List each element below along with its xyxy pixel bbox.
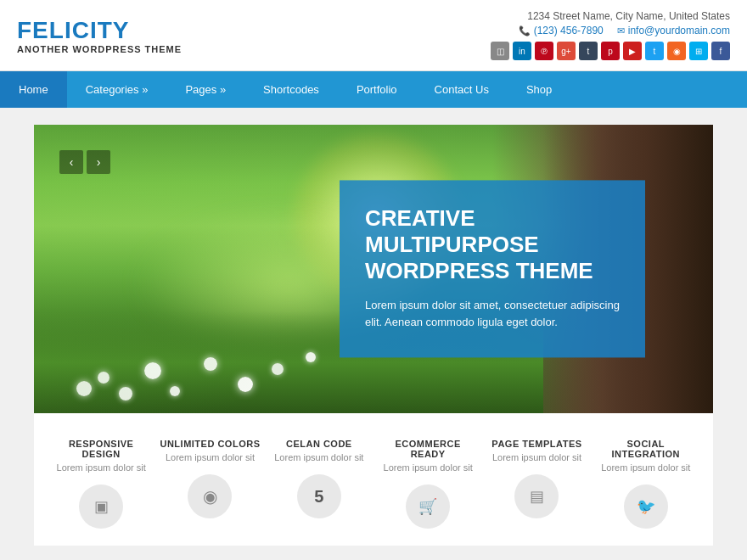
windows-icon[interactable]: ⊞ xyxy=(689,42,708,60)
feature-templates: PAGE TEMPLATES Lorem ipsum dolor sit ▤ xyxy=(486,439,587,529)
google-plus-icon[interactable]: g+ xyxy=(557,42,576,60)
feature-responsive-desc: Lorem ipsum dolor sit xyxy=(51,462,151,473)
linkedin-icon[interactable]: in xyxy=(513,42,531,60)
logo-area: FELICITY ANOTHER WORDPRESS THEME xyxy=(17,17,182,54)
feature-colors-title: UNLIMITED COLORS xyxy=(160,439,260,449)
instagram-icon[interactable]: ◫ xyxy=(491,42,509,60)
youtube-icon[interactable]: ▶ xyxy=(623,42,642,60)
feature-code-title: CELAN CODE xyxy=(269,439,369,449)
feature-ecommerce-title: ECOMMERCE READY xyxy=(378,439,478,459)
email-icon: ✉ xyxy=(617,25,625,36)
site-logo[interactable]: FELICITY xyxy=(17,17,182,44)
feature-colors-desc: Lorem ipsum dolor sit xyxy=(160,452,260,462)
feature-templates-title: PAGE TEMPLATES xyxy=(486,439,587,449)
phone-icon: 📞 xyxy=(519,25,531,36)
templates-icon: ▤ xyxy=(514,474,559,518)
site-address: 1234 Street Name, City Name, United Stat… xyxy=(491,10,730,22)
twitter-icon[interactable]: t xyxy=(645,42,664,60)
feature-responsive-title: RESPONSIVE DESIGN xyxy=(51,439,151,459)
feature-responsive: RESPONSIVE DESIGN Lorem ipsum dolor sit … xyxy=(51,439,151,529)
slider-section: ‹ › CREATIVE MULTIPURPOSE WORDPRESS THEM… xyxy=(17,125,730,413)
tumblr-icon[interactable]: t xyxy=(579,42,598,60)
facebook-icon[interactable]: f xyxy=(711,42,730,60)
site-header: FELICITY ANOTHER WORDPRESS THEME 1234 St… xyxy=(0,0,747,71)
site-tagline: ANOTHER WORDPRESS THEME xyxy=(17,44,182,54)
page-wrapper: FELICITY ANOTHER WORDPRESS THEME 1234 St… xyxy=(0,0,747,560)
feature-social: SOCIAL INTEGRATION Lorem ipsum dolor sit… xyxy=(596,439,696,529)
pinterest-icon[interactable]: ℗ xyxy=(535,42,553,60)
feature-templates-desc: Lorem ipsum dolor sit xyxy=(486,452,587,462)
slider-prev-button[interactable]: ‹ xyxy=(59,150,83,174)
feature-code-desc: Lorem ipsum dolor sit xyxy=(269,452,369,462)
email-address: info@yourdomain.com xyxy=(628,25,730,36)
feature-social-desc: Lorem ipsum dolor sit xyxy=(596,462,696,473)
slider-next-button[interactable]: › xyxy=(87,150,110,174)
feature-colors: UNLIMITED COLORS Lorem ipsum dolor sit ◉ xyxy=(160,439,260,529)
features-section: RESPONSIVE DESIGN Lorem ipsum dolor sit … xyxy=(34,413,713,546)
code-icon: 5 xyxy=(297,474,341,518)
site-phone[interactable]: 📞 (123) 456-7890 xyxy=(519,25,604,36)
main-nav: Home Categories » Pages » Shortcodes Por… xyxy=(0,71,747,108)
feature-ecommerce: ECOMMERCE READY Lorem ipsum dolor sit 🛒 xyxy=(378,439,478,529)
feature-ecommerce-desc: Lorem ipsum dolor sit xyxy=(378,462,478,473)
slider-description: Lorem ipsum dolor sit amet, consectetuer… xyxy=(365,297,620,333)
rss-icon[interactable]: ◉ xyxy=(667,42,686,60)
site-email[interactable]: ✉ info@yourdomain.com xyxy=(617,25,730,36)
social-icon: 🐦 xyxy=(624,484,668,529)
slider-arrows: ‹ › xyxy=(59,150,110,174)
slider-text-box: CREATIVE MULTIPURPOSE WORDPRESS THEME Lo… xyxy=(340,180,645,357)
responsive-icon: ▣ xyxy=(79,484,123,529)
features-grid: RESPONSIVE DESIGN Lorem ipsum dolor sit … xyxy=(51,439,696,529)
nav-item-pages[interactable]: Pages » xyxy=(166,71,244,108)
nav-item-categories[interactable]: Categories » xyxy=(67,71,167,108)
nav-item-home[interactable]: Home xyxy=(0,71,67,108)
main-content: ‹ › CREATIVE MULTIPURPOSE WORDPRESS THEM… xyxy=(0,125,747,560)
header-right: 1234 Street Name, City Name, United Stat… xyxy=(491,10,730,60)
slider-heading: CREATIVE MULTIPURPOSE WORDPRESS THEME xyxy=(365,205,620,285)
pinterest2-icon[interactable]: p xyxy=(601,42,620,60)
phone-number: (123) 456-7890 xyxy=(534,25,604,36)
ecommerce-icon: 🛒 xyxy=(406,484,450,529)
nav-item-portfolio[interactable]: Portfolio xyxy=(338,71,416,108)
slider-wrapper: ‹ › CREATIVE MULTIPURPOSE WORDPRESS THEM… xyxy=(34,125,713,413)
header-contact-row: 📞 (123) 456-7890 ✉ info@yourdomain.com xyxy=(491,25,730,36)
social-icons-row: ◫ in ℗ g+ t p ▶ t ◉ ⊞ f xyxy=(491,42,730,60)
nav-item-shop[interactable]: Shop xyxy=(508,71,570,108)
nav-item-contact[interactable]: Contact Us xyxy=(416,71,508,108)
feature-social-title: SOCIAL INTEGRATION xyxy=(596,439,696,459)
nav-item-shortcodes[interactable]: Shortcodes xyxy=(244,71,338,108)
feature-code: CELAN CODE Lorem ipsum dolor sit 5 xyxy=(269,439,369,529)
colors-icon: ◉ xyxy=(188,474,232,518)
